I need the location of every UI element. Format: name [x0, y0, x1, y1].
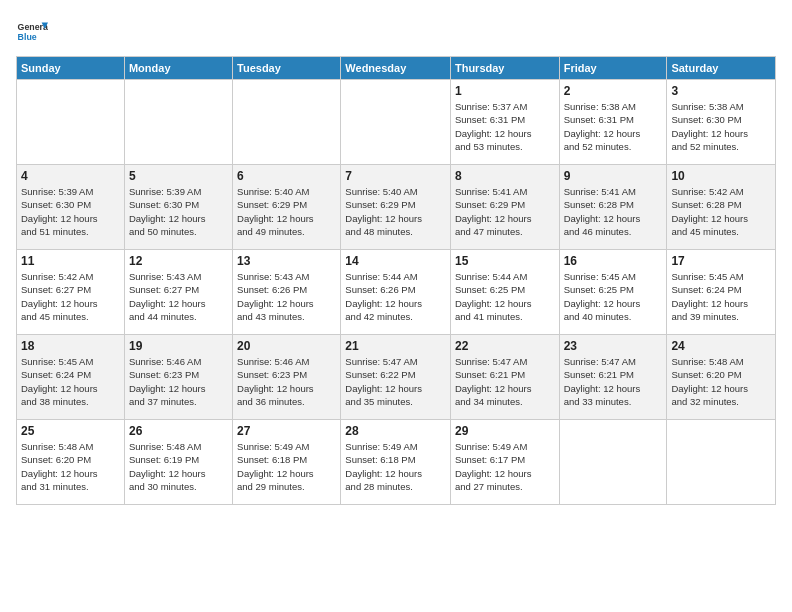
header-tuesday: Tuesday [233, 57, 341, 80]
calendar-cell [233, 80, 341, 165]
day-info: Sunrise: 5:44 AMSunset: 6:26 PMDaylight:… [345, 270, 446, 323]
day-number: 26 [129, 424, 228, 438]
day-info: Sunrise: 5:43 AMSunset: 6:27 PMDaylight:… [129, 270, 228, 323]
calendar-cell: 12Sunrise: 5:43 AMSunset: 6:27 PMDayligh… [124, 250, 232, 335]
day-info: Sunrise: 5:47 AMSunset: 6:21 PMDaylight:… [455, 355, 555, 408]
day-number: 5 [129, 169, 228, 183]
day-info: Sunrise: 5:38 AMSunset: 6:30 PMDaylight:… [671, 100, 771, 153]
calendar-cell: 3Sunrise: 5:38 AMSunset: 6:30 PMDaylight… [667, 80, 776, 165]
header-sunday: Sunday [17, 57, 125, 80]
day-number: 24 [671, 339, 771, 353]
day-number: 3 [671, 84, 771, 98]
day-number: 10 [671, 169, 771, 183]
calendar-table: SundayMondayTuesdayWednesdayThursdayFrid… [16, 56, 776, 505]
day-info: Sunrise: 5:39 AMSunset: 6:30 PMDaylight:… [129, 185, 228, 238]
header: General Blue [16, 16, 776, 48]
day-number: 4 [21, 169, 120, 183]
calendar-cell: 24Sunrise: 5:48 AMSunset: 6:20 PMDayligh… [667, 335, 776, 420]
day-number: 6 [237, 169, 336, 183]
day-info: Sunrise: 5:43 AMSunset: 6:26 PMDaylight:… [237, 270, 336, 323]
logo-icon: General Blue [16, 16, 48, 48]
calendar-cell: 28Sunrise: 5:49 AMSunset: 6:18 PMDayligh… [341, 420, 451, 505]
calendar-cell: 6Sunrise: 5:40 AMSunset: 6:29 PMDaylight… [233, 165, 341, 250]
day-number: 21 [345, 339, 446, 353]
day-info: Sunrise: 5:40 AMSunset: 6:29 PMDaylight:… [345, 185, 446, 238]
calendar-cell: 2Sunrise: 5:38 AMSunset: 6:31 PMDaylight… [559, 80, 667, 165]
day-number: 29 [455, 424, 555, 438]
day-number: 2 [564, 84, 663, 98]
calendar-cell: 29Sunrise: 5:49 AMSunset: 6:17 PMDayligh… [450, 420, 559, 505]
header-thursday: Thursday [450, 57, 559, 80]
calendar-cell [559, 420, 667, 505]
day-number: 7 [345, 169, 446, 183]
calendar-cell: 25Sunrise: 5:48 AMSunset: 6:20 PMDayligh… [17, 420, 125, 505]
calendar-cell: 20Sunrise: 5:46 AMSunset: 6:23 PMDayligh… [233, 335, 341, 420]
calendar-cell: 5Sunrise: 5:39 AMSunset: 6:30 PMDaylight… [124, 165, 232, 250]
calendar-cell: 19Sunrise: 5:46 AMSunset: 6:23 PMDayligh… [124, 335, 232, 420]
header-saturday: Saturday [667, 57, 776, 80]
week-row-4: 18Sunrise: 5:45 AMSunset: 6:24 PMDayligh… [17, 335, 776, 420]
calendar-cell [17, 80, 125, 165]
week-row-2: 4Sunrise: 5:39 AMSunset: 6:30 PMDaylight… [17, 165, 776, 250]
calendar-cell: 21Sunrise: 5:47 AMSunset: 6:22 PMDayligh… [341, 335, 451, 420]
day-info: Sunrise: 5:45 AMSunset: 6:24 PMDaylight:… [671, 270, 771, 323]
day-number: 20 [237, 339, 336, 353]
day-info: Sunrise: 5:47 AMSunset: 6:21 PMDaylight:… [564, 355, 663, 408]
calendar-cell: 10Sunrise: 5:42 AMSunset: 6:28 PMDayligh… [667, 165, 776, 250]
week-row-1: 1Sunrise: 5:37 AMSunset: 6:31 PMDaylight… [17, 80, 776, 165]
day-number: 11 [21, 254, 120, 268]
day-info: Sunrise: 5:46 AMSunset: 6:23 PMDaylight:… [129, 355, 228, 408]
day-number: 17 [671, 254, 771, 268]
calendar-cell: 8Sunrise: 5:41 AMSunset: 6:29 PMDaylight… [450, 165, 559, 250]
day-number: 9 [564, 169, 663, 183]
calendar-cell: 16Sunrise: 5:45 AMSunset: 6:25 PMDayligh… [559, 250, 667, 335]
day-number: 18 [21, 339, 120, 353]
calendar-cell: 27Sunrise: 5:49 AMSunset: 6:18 PMDayligh… [233, 420, 341, 505]
day-number: 28 [345, 424, 446, 438]
day-info: Sunrise: 5:37 AMSunset: 6:31 PMDaylight:… [455, 100, 555, 153]
header-friday: Friday [559, 57, 667, 80]
calendar-cell: 15Sunrise: 5:44 AMSunset: 6:25 PMDayligh… [450, 250, 559, 335]
day-info: Sunrise: 5:48 AMSunset: 6:20 PMDaylight:… [21, 440, 120, 493]
day-number: 1 [455, 84, 555, 98]
day-info: Sunrise: 5:47 AMSunset: 6:22 PMDaylight:… [345, 355, 446, 408]
day-number: 22 [455, 339, 555, 353]
calendar-cell: 23Sunrise: 5:47 AMSunset: 6:21 PMDayligh… [559, 335, 667, 420]
day-number: 16 [564, 254, 663, 268]
days-header-row: SundayMondayTuesdayWednesdayThursdayFrid… [17, 57, 776, 80]
day-info: Sunrise: 5:40 AMSunset: 6:29 PMDaylight:… [237, 185, 336, 238]
day-info: Sunrise: 5:45 AMSunset: 6:24 PMDaylight:… [21, 355, 120, 408]
day-number: 27 [237, 424, 336, 438]
week-row-3: 11Sunrise: 5:42 AMSunset: 6:27 PMDayligh… [17, 250, 776, 335]
svg-text:Blue: Blue [18, 32, 37, 42]
day-number: 12 [129, 254, 228, 268]
day-info: Sunrise: 5:41 AMSunset: 6:28 PMDaylight:… [564, 185, 663, 238]
day-info: Sunrise: 5:48 AMSunset: 6:20 PMDaylight:… [671, 355, 771, 408]
calendar-cell: 13Sunrise: 5:43 AMSunset: 6:26 PMDayligh… [233, 250, 341, 335]
day-info: Sunrise: 5:44 AMSunset: 6:25 PMDaylight:… [455, 270, 555, 323]
day-info: Sunrise: 5:41 AMSunset: 6:29 PMDaylight:… [455, 185, 555, 238]
day-info: Sunrise: 5:45 AMSunset: 6:25 PMDaylight:… [564, 270, 663, 323]
calendar-cell: 22Sunrise: 5:47 AMSunset: 6:21 PMDayligh… [450, 335, 559, 420]
calendar-cell: 26Sunrise: 5:48 AMSunset: 6:19 PMDayligh… [124, 420, 232, 505]
day-number: 8 [455, 169, 555, 183]
header-monday: Monday [124, 57, 232, 80]
day-info: Sunrise: 5:49 AMSunset: 6:18 PMDaylight:… [345, 440, 446, 493]
calendar-cell: 7Sunrise: 5:40 AMSunset: 6:29 PMDaylight… [341, 165, 451, 250]
day-info: Sunrise: 5:42 AMSunset: 6:28 PMDaylight:… [671, 185, 771, 238]
calendar-cell [667, 420, 776, 505]
calendar-cell: 18Sunrise: 5:45 AMSunset: 6:24 PMDayligh… [17, 335, 125, 420]
day-number: 25 [21, 424, 120, 438]
day-info: Sunrise: 5:39 AMSunset: 6:30 PMDaylight:… [21, 185, 120, 238]
day-number: 15 [455, 254, 555, 268]
calendar-cell: 4Sunrise: 5:39 AMSunset: 6:30 PMDaylight… [17, 165, 125, 250]
day-info: Sunrise: 5:48 AMSunset: 6:19 PMDaylight:… [129, 440, 228, 493]
calendar-cell: 9Sunrise: 5:41 AMSunset: 6:28 PMDaylight… [559, 165, 667, 250]
day-info: Sunrise: 5:38 AMSunset: 6:31 PMDaylight:… [564, 100, 663, 153]
day-info: Sunrise: 5:42 AMSunset: 6:27 PMDaylight:… [21, 270, 120, 323]
week-row-5: 25Sunrise: 5:48 AMSunset: 6:20 PMDayligh… [17, 420, 776, 505]
calendar-cell: 1Sunrise: 5:37 AMSunset: 6:31 PMDaylight… [450, 80, 559, 165]
calendar-cell [341, 80, 451, 165]
calendar-cell [124, 80, 232, 165]
header-wednesday: Wednesday [341, 57, 451, 80]
